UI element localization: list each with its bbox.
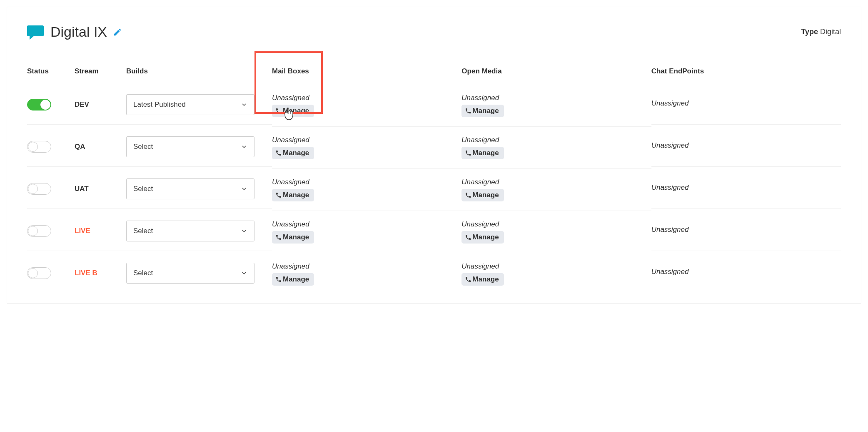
manage-button[interactable]: Manage <box>461 105 504 117</box>
col-builds: Builds <box>126 56 272 85</box>
build-select[interactable]: Latest Published <box>126 94 254 115</box>
manage-button-label: Manage <box>472 191 499 199</box>
stream-cell: UAT <box>75 169 126 209</box>
chevron-down-icon <box>241 186 247 192</box>
stream-cell: LIVE <box>75 211 126 251</box>
chevron-down-icon <box>241 143 247 150</box>
builds-cell: Select <box>126 211 272 251</box>
openmedia-cell: UnassignedManage <box>461 253 651 295</box>
stream-cell: LIVE B <box>75 253 126 293</box>
stream-cell: QA <box>75 127 126 167</box>
manage-button[interactable]: Manage <box>272 273 314 286</box>
col-stream: Stream <box>75 56 126 85</box>
chatendpoints-cell: Unassigned <box>651 127 841 167</box>
openmedia-cell: UnassignedManage <box>461 211 651 253</box>
col-status: Status <box>27 56 75 85</box>
manage-button-label: Manage <box>283 191 309 199</box>
mailboxes-value: Unassigned <box>272 94 309 102</box>
chatendpoints-cell: Unassigned <box>651 85 841 125</box>
mailboxes-value: Unassigned <box>272 136 309 144</box>
build-select[interactable]: Select <box>126 178 254 199</box>
builds-cell: Select <box>126 253 272 293</box>
page-card: Digital IX Type Digital Status Stream Bu… <box>7 7 861 304</box>
status-toggle[interactable] <box>27 225 51 237</box>
stream-grid: Status Stream Builds Mail Boxes Open Med… <box>27 56 841 295</box>
manage-button[interactable]: Manage <box>461 273 504 286</box>
status-cell <box>27 85 75 125</box>
openmedia-value: Unassigned <box>461 220 499 229</box>
status-toggle[interactable] <box>27 267 51 279</box>
stream-cell: DEV <box>75 85 126 125</box>
mailboxes-cell: UnassignedManage <box>272 85 461 127</box>
mailboxes-cell: UnassignedManage <box>272 169 461 211</box>
build-select[interactable]: Select <box>126 136 254 157</box>
chevron-down-icon <box>241 101 247 108</box>
chatendpoints-cell: Unassigned <box>651 253 841 293</box>
page-title-text: Digital IX <box>50 24 107 40</box>
page-title: Digital IX <box>50 24 122 40</box>
build-select[interactable]: Select <box>126 221 254 241</box>
builds-cell: Select <box>126 127 272 167</box>
build-select-value: Select <box>133 269 153 277</box>
manage-button-label: Manage <box>472 275 499 284</box>
build-select-value: Select <box>133 185 153 193</box>
stream-name: DEV <box>75 100 89 109</box>
builds-cell: Select <box>126 169 272 209</box>
chevron-down-icon <box>241 228 247 234</box>
manage-button[interactable]: Manage <box>272 231 314 244</box>
openmedia-cell: UnassignedManage <box>461 85 651 127</box>
builds-cell: Latest Published <box>126 85 272 125</box>
build-select-value: Latest Published <box>133 100 186 109</box>
manage-button[interactable]: Manage <box>272 147 314 159</box>
chatendpoints-value: Unassigned <box>651 183 689 192</box>
openmedia-value: Unassigned <box>461 136 499 144</box>
manage-button[interactable]: Manage <box>272 189 314 201</box>
chatendpoints-value: Unassigned <box>651 268 689 276</box>
openmedia-value: Unassigned <box>461 262 499 271</box>
chatendpoints-cell: Unassigned <box>651 211 841 251</box>
manage-button[interactable]: Manage <box>461 147 504 159</box>
type-label: Type Digital <box>801 28 841 36</box>
status-cell <box>27 169 75 209</box>
col-openmedia: Open Media <box>461 56 651 85</box>
build-select-value: Select <box>133 227 153 235</box>
openmedia-cell: UnassignedManage <box>461 169 651 211</box>
col-chatendpoints: Chat EndPoints <box>651 56 841 85</box>
status-toggle[interactable] <box>27 183 51 195</box>
chatendpoints-value: Unassigned <box>651 99 689 108</box>
chatendpoints-cell: Unassigned <box>651 169 841 209</box>
openmedia-cell: UnassignedManage <box>461 127 651 169</box>
build-select-value: Select <box>133 143 153 151</box>
manage-button-label: Manage <box>472 233 499 241</box>
chevron-down-icon <box>241 270 247 276</box>
mailboxes-value: Unassigned <box>272 178 309 186</box>
svg-rect-0 <box>27 25 44 36</box>
status-cell <box>27 211 75 251</box>
header-row: Digital IX Type Digital <box>27 24 841 56</box>
stream-name: QA <box>75 143 85 151</box>
chatendpoints-value: Unassigned <box>651 226 689 234</box>
title-group: Digital IX <box>27 24 122 40</box>
col-mailboxes: Mail Boxes <box>272 56 461 85</box>
mailboxes-cell: UnassignedManage <box>272 253 461 295</box>
manage-button-label: Manage <box>283 149 309 157</box>
manage-button[interactable]: Manage <box>461 189 504 201</box>
build-select[interactable]: Select <box>126 263 254 284</box>
manage-button[interactable]: Manage <box>272 105 314 117</box>
stream-name: LIVE <box>75 227 90 235</box>
mailboxes-cell: UnassignedManage <box>272 211 461 253</box>
manage-button-label: Manage <box>283 107 309 115</box>
type-label-value: Digital <box>820 28 841 36</box>
manage-button-label: Manage <box>472 149 499 157</box>
svg-marker-1 <box>30 35 35 40</box>
manage-button-label: Manage <box>472 107 499 115</box>
manage-button[interactable]: Manage <box>461 231 504 244</box>
manage-button-label: Manage <box>283 233 309 241</box>
chat-icon <box>27 25 44 39</box>
openmedia-value: Unassigned <box>461 178 499 186</box>
status-cell <box>27 253 75 293</box>
edit-icon[interactable] <box>113 28 122 37</box>
status-toggle[interactable] <box>27 99 51 111</box>
status-toggle[interactable] <box>27 141 51 153</box>
stream-name: UAT <box>75 185 89 193</box>
